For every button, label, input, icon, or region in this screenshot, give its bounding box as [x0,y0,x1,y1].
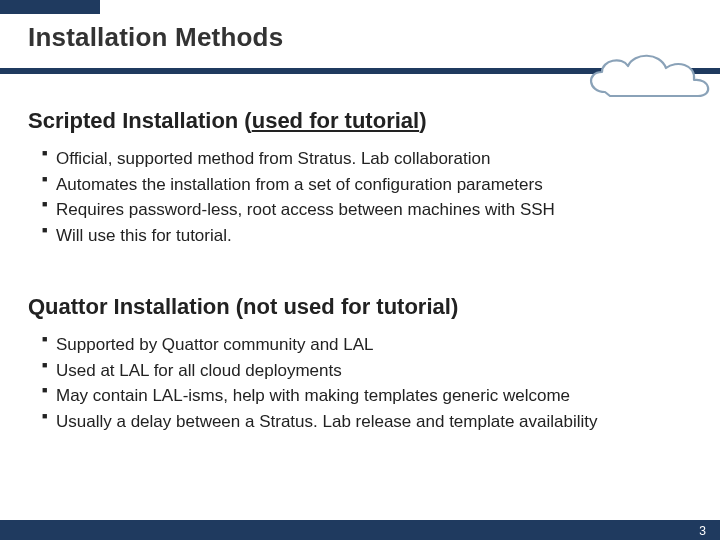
section-heading: Scripted Installation (used for tutorial… [28,108,692,134]
section-quattor: Quattor Installation (not used for tutor… [28,294,692,434]
footer-bar: 3 [0,520,720,540]
heading-emphasis: used for tutorial [252,108,419,133]
page-number: 3 [699,524,706,538]
list-item: Supported by Quattor community and LAL [42,332,692,358]
list-item: Automates the installation from a set of… [42,172,692,198]
top-accent-bar [0,0,100,14]
content-area: Scripted Installation (used for tutorial… [28,108,692,480]
heading-pre: Scripted Installation ( [28,108,252,133]
list-item: Will use this for tutorial. [42,223,692,249]
list-item: Usually a delay between a Stratus. Lab r… [42,409,692,435]
list-item: Official, supported method from Stratus.… [42,146,692,172]
slide: Installation Methods Scripted Installati… [0,0,720,540]
heading-pre: Quattor Installation (not used for tutor… [28,294,458,319]
heading-post: ) [419,108,426,133]
section-scripted: Scripted Installation (used for tutorial… [28,108,692,248]
list-item: Requires password-less, root access betw… [42,197,692,223]
section-heading: Quattor Installation (not used for tutor… [28,294,692,320]
list-item: Used at LAL for all cloud deployments [42,358,692,384]
list-item: May contain LAL-isms, help with making t… [42,383,692,409]
bullet-list: Official, supported method from Stratus.… [28,146,692,248]
bullet-list: Supported by Quattor community and LAL U… [28,332,692,434]
cloud-icon [580,46,720,106]
